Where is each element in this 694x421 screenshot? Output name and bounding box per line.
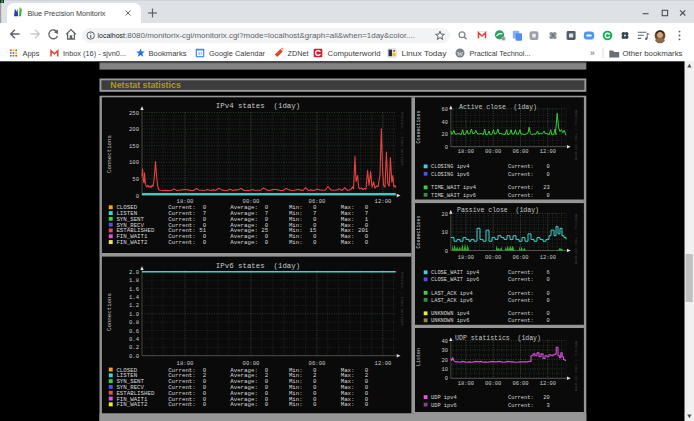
svg-text:TIME_WAIT ipv6 Curren: TIME_WAIT ipv6 Current: 0 (431, 193, 550, 199)
svg-text:12:00: 12:00 (375, 360, 392, 367)
svg-text:250: 250 (129, 110, 140, 117)
svg-text:0.2: 0.2 (129, 344, 139, 351)
svg-text:RRDTOOL / TOBI OETIKER: RRDTOOL / TOBI OETIKER (400, 272, 404, 327)
svg-text:IPv6 states (1day): IPv6 states (1day) (216, 262, 300, 270)
svg-text:LAST_ACK ipv6 Curren: LAST_ACK ipv6 Current: 0 (431, 298, 550, 304)
svg-text:FIN_WAIT2 Current: 0: FIN_WAIT2 Current: 0 Average: 0 Min: 0 M… (116, 239, 368, 246)
svg-text:1.6: 1.6 (129, 286, 139, 293)
svg-text:UDP ipv6 Curren: UDP ipv6 Current: 3 (431, 403, 550, 409)
svg-text:RRDTOOL / TOBI OETIKER: RRDTOOL / TOBI OETIKER (574, 341, 578, 392)
svg-text:00:00: 00:00 (485, 381, 501, 387)
svg-text:200: 200 (129, 126, 140, 133)
svg-text:0: 0 (445, 145, 448, 151)
svg-text:06:00: 06:00 (512, 381, 528, 387)
svg-text:40: 40 (442, 339, 448, 345)
svg-text:20: 20 (442, 358, 448, 364)
svg-text:12:00: 12:00 (540, 381, 556, 387)
svg-text:00:00: 00:00 (485, 255, 501, 261)
svg-text:1.2: 1.2 (129, 302, 139, 309)
svg-text:Google Calendar: Google Calendar (209, 50, 266, 58)
svg-text:60: 60 (442, 107, 448, 113)
svg-text:ZDNet: ZDNet (288, 50, 309, 57)
svg-text:TIME_WAIT ipv4 Curren: TIME_WAIT ipv4 Current: 23 (431, 185, 550, 191)
svg-text:0.0: 0.0 (129, 353, 140, 360)
svg-text:1.4: 1.4 (129, 294, 140, 301)
svg-text:0.4: 0.4 (129, 336, 140, 343)
svg-text:0.8: 0.8 (129, 319, 139, 326)
svg-text:06:00: 06:00 (512, 255, 528, 261)
svg-text:Practical Technol...: Practical Technol... (470, 50, 531, 57)
svg-text:Apps: Apps (23, 50, 41, 58)
svg-text:06:00: 06:00 (512, 149, 528, 155)
svg-text:50: 50 (132, 176, 139, 183)
svg-text:Computerworld: Computerworld (328, 50, 381, 58)
svg-text:40: 40 (442, 120, 448, 126)
svg-text:00:00: 00:00 (485, 149, 501, 155)
svg-text:Active close (1day): Active close (1day) (459, 104, 537, 111)
svg-text:Bookmarks: Bookmarks (149, 50, 188, 57)
svg-text:CLOSE_WAIT ipv6 Curren: CLOSE_WAIT ipv6 Current: 0 (431, 277, 550, 283)
svg-text:IPv4 states (1day): IPv4 states (1day) (216, 102, 300, 110)
svg-text:RRDTOOL / TOBI OETIKER: RRDTOOL / TOBI OETIKER (574, 110, 578, 161)
svg-text:1.8: 1.8 (129, 277, 139, 284)
svg-text:Other bookmarks: Other bookmarks (623, 50, 684, 57)
svg-text:W: W (457, 50, 464, 57)
svg-text:150: 150 (129, 143, 140, 150)
svg-text:CLOSING ipv6 Curren: CLOSING ipv6 Current: 0 (431, 172, 550, 178)
svg-text:1.0: 1.0 (129, 311, 140, 318)
svg-text:Listen: Listen (416, 348, 422, 366)
svg-text:12:00: 12:00 (375, 198, 392, 205)
svg-text:CLOSING ipv4 Curren: CLOSING ipv4 Current: 0 (431, 164, 550, 170)
svg-text:Linux Today: Linux Today (402, 50, 448, 58)
svg-text:LAST_ACK ipv4 Curren: LAST_ACK ipv4 Current: 0 (431, 291, 550, 297)
svg-text:31: 31 (198, 51, 203, 56)
svg-text:2.0: 2.0 (129, 269, 140, 276)
svg-text:18:00: 18:00 (458, 381, 474, 387)
svg-text::8080/monitorix-cgi/monitorix.: :8080/monitorix-cgi/monitorix.cgi?mode=l… (125, 31, 415, 40)
svg-text:100: 100 (129, 159, 140, 166)
svg-text:RRDTOOL / TOBI OETIKER: RRDTOOL / TOBI OETIKER (400, 112, 404, 167)
svg-text:CLOSE_WAIT ipv4 Curren: CLOSE_WAIT ipv4 Current: 6 (431, 270, 550, 276)
svg-text:Connections: Connections (106, 293, 113, 331)
svg-text:Inbox (16) - sjvn0...: Inbox (16) - sjvn0... (63, 50, 126, 58)
svg-text:0.6: 0.6 (129, 328, 139, 335)
svg-text:12:00: 12:00 (540, 149, 556, 155)
svg-text:Connections: Connections (416, 215, 422, 248)
svg-text:FIN_WAIT2 Current: 0: FIN_WAIT2 Current: 0 Average: 0 Min: 0 M… (116, 401, 368, 408)
svg-text:18:00: 18:00 (458, 149, 474, 155)
svg-text:UNKNOWN ipv6 Curren: UNKNOWN ipv6 Current: 0 (431, 318, 550, 324)
svg-text:20: 20 (442, 212, 448, 218)
svg-text:UDP ipv4 Curren: UDP ipv4 Current: 20 (431, 395, 550, 401)
svg-text:RRDTOOL / TOBI OETIKER: RRDTOOL / TOBI OETIKER (574, 214, 578, 265)
svg-text:18:00: 18:00 (458, 255, 474, 261)
svg-text:UNKNOWN ipv4 Curren: UNKNOWN ipv4 Current: 0 (431, 311, 550, 317)
svg-text:0: 0 (445, 376, 448, 382)
svg-text:10: 10 (442, 230, 448, 236)
svg-text:Blue Precision Monitorix: Blue Precision Monitorix (28, 9, 106, 18)
svg-text:»: » (590, 48, 595, 58)
svg-text:10: 10 (442, 367, 448, 373)
svg-text:0: 0 (445, 249, 448, 255)
svg-text:12:00: 12:00 (540, 255, 556, 261)
svg-text:Connections: Connections (106, 135, 113, 173)
svg-text:Connections: Connections (416, 110, 422, 143)
svg-text:localhost: localhost (98, 31, 126, 40)
svg-text:30: 30 (442, 348, 448, 354)
svg-text:20: 20 (442, 132, 448, 138)
svg-text:Netstat statistics: Netstat statistics (110, 80, 181, 90)
